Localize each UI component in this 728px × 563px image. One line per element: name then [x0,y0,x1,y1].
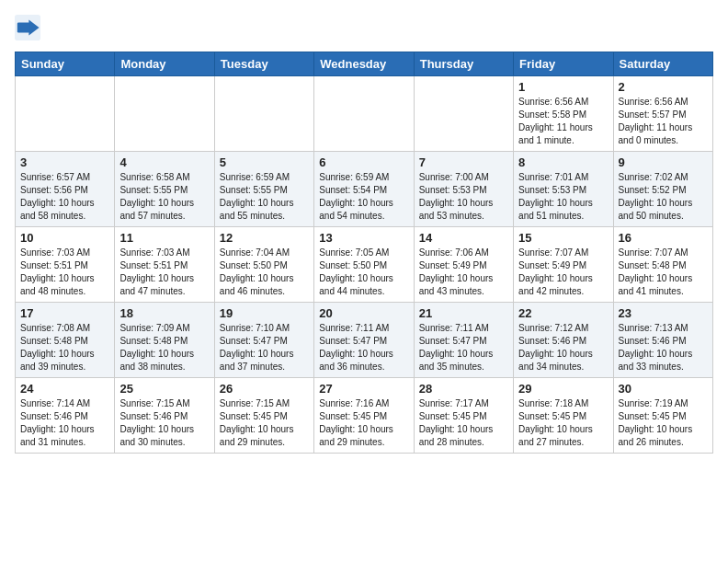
day-number: 19 [220,306,309,320]
day-number: 20 [319,306,408,320]
day-info: Sunrise: 7:08 AM Sunset: 5:48 PM Dayligh… [20,322,109,373]
calendar-cell: 5Sunrise: 6:59 AM Sunset: 5:55 PM Daylig… [214,152,313,227]
day-info: Sunrise: 6:56 AM Sunset: 5:58 PM Dayligh… [518,96,608,147]
day-number: 21 [419,306,508,320]
day-info: Sunrise: 6:57 AM Sunset: 5:56 PM Dayligh… [20,171,109,223]
day-info: Sunrise: 7:07 AM Sunset: 5:48 PM Dayligh… [619,247,708,298]
calendar-cell: 16Sunrise: 7:07 AM Sunset: 5:48 PM Dayli… [613,227,712,303]
calendar-cell [115,76,214,152]
calendar-cell: 15Sunrise: 7:07 AM Sunset: 5:49 PM Dayli… [514,227,613,303]
day-number: 15 [518,231,608,245]
day-number: 12 [220,231,309,245]
day-info: Sunrise: 7:06 AM Sunset: 5:49 PM Dayligh… [419,247,508,298]
calendar-cell: 20Sunrise: 7:11 AM Sunset: 5:47 PM Dayli… [314,303,414,378]
day-number: 18 [119,306,209,320]
calendar-cell: 7Sunrise: 7:00 AM Sunset: 5:53 PM Daylig… [414,152,513,227]
calendar-cell [314,76,414,152]
day-info: Sunrise: 7:11 AM Sunset: 5:47 PM Dayligh… [419,322,508,373]
day-number: 4 [119,155,209,169]
day-info: Sunrise: 7:17 AM Sunset: 5:45 PM Dayligh… [419,397,508,449]
day-info: Sunrise: 7:04 AM Sunset: 5:50 PM Dayligh… [220,247,309,298]
calendar-cell: 2Sunrise: 6:56 AM Sunset: 5:57 PM Daylig… [613,76,712,152]
day-number: 7 [419,155,508,169]
svg-rect-2 [17,22,30,32]
day-info: Sunrise: 6:59 AM Sunset: 5:54 PM Dayligh… [319,171,408,223]
calendar-cell: 30Sunrise: 7:19 AM Sunset: 5:45 PM Dayli… [613,378,712,454]
calendar-cell: 28Sunrise: 7:17 AM Sunset: 5:45 PM Dayli… [414,378,513,454]
day-info: Sunrise: 6:59 AM Sunset: 5:55 PM Dayligh… [220,171,309,223]
day-info: Sunrise: 7:11 AM Sunset: 5:47 PM Dayligh… [319,322,408,373]
calendar-cell: 1Sunrise: 6:56 AM Sunset: 5:58 PM Daylig… [514,76,613,152]
day-number: 14 [419,231,508,245]
day-info: Sunrise: 7:12 AM Sunset: 5:46 PM Dayligh… [518,322,608,373]
day-number: 16 [619,231,708,245]
calendar-cell: 18Sunrise: 7:09 AM Sunset: 5:48 PM Dayli… [115,303,214,378]
calendar-cell: 19Sunrise: 7:10 AM Sunset: 5:47 PM Dayli… [214,303,313,378]
day-info: Sunrise: 7:02 AM Sunset: 5:52 PM Dayligh… [619,171,708,223]
day-number: 5 [220,155,309,169]
calendar-cell: 4Sunrise: 6:58 AM Sunset: 5:55 PM Daylig… [115,152,214,227]
calendar-cell [16,76,115,152]
weekday-friday: Friday [514,52,613,76]
day-info: Sunrise: 7:18 AM Sunset: 5:45 PM Dayligh… [518,397,608,449]
week-row-1: 1Sunrise: 6:56 AM Sunset: 5:58 PM Daylig… [16,76,713,152]
day-number: 26 [220,382,309,396]
week-row-3: 10Sunrise: 7:03 AM Sunset: 5:51 PM Dayli… [16,227,713,303]
calendar-cell: 14Sunrise: 7:06 AM Sunset: 5:49 PM Dayli… [414,227,513,303]
day-number: 1 [518,80,608,94]
day-number: 6 [319,155,408,169]
weekday-sunday: Sunday [16,52,115,76]
weekday-saturday: Saturday [613,52,712,76]
logo-icon [15,15,40,40]
day-number: 23 [619,306,708,320]
week-row-5: 24Sunrise: 7:14 AM Sunset: 5:46 PM Dayli… [16,378,713,454]
calendar-cell: 10Sunrise: 7:03 AM Sunset: 5:51 PM Dayli… [16,227,115,303]
weekday-header-row: SundayMondayTuesdayWednesdayThursdayFrid… [16,52,713,76]
day-info: Sunrise: 7:07 AM Sunset: 5:49 PM Dayligh… [518,247,608,298]
calendar-cell: 11Sunrise: 7:03 AM Sunset: 5:51 PM Dayli… [115,227,214,303]
day-info: Sunrise: 7:16 AM Sunset: 5:45 PM Dayligh… [319,397,408,449]
day-number: 30 [619,382,708,396]
day-number: 10 [20,231,109,245]
day-info: Sunrise: 6:56 AM Sunset: 5:57 PM Dayligh… [619,96,708,147]
day-number: 11 [119,231,209,245]
calendar-cell: 13Sunrise: 7:05 AM Sunset: 5:50 PM Dayli… [314,227,414,303]
day-number: 24 [20,382,109,396]
calendar-cell: 27Sunrise: 7:16 AM Sunset: 5:45 PM Dayli… [314,378,414,454]
day-info: Sunrise: 7:00 AM Sunset: 5:53 PM Dayligh… [419,171,508,223]
day-number: 3 [20,155,109,169]
day-info: Sunrise: 7:15 AM Sunset: 5:45 PM Dayligh… [220,397,309,449]
calendar-cell: 12Sunrise: 7:04 AM Sunset: 5:50 PM Dayli… [214,227,313,303]
calendar-cell: 25Sunrise: 7:15 AM Sunset: 5:46 PM Dayli… [115,378,214,454]
day-info: Sunrise: 7:19 AM Sunset: 5:45 PM Dayligh… [619,397,708,449]
day-info: Sunrise: 7:03 AM Sunset: 5:51 PM Dayligh… [119,247,209,298]
day-info: Sunrise: 7:10 AM Sunset: 5:47 PM Dayligh… [220,322,309,373]
day-number: 8 [518,155,608,169]
calendar-cell: 24Sunrise: 7:14 AM Sunset: 5:46 PM Dayli… [16,378,115,454]
calendar-cell: 8Sunrise: 7:01 AM Sunset: 5:53 PM Daylig… [514,152,613,227]
calendar-cell: 3Sunrise: 6:57 AM Sunset: 5:56 PM Daylig… [16,152,115,227]
day-number: 27 [319,382,408,396]
calendar-cell: 22Sunrise: 7:12 AM Sunset: 5:46 PM Dayli… [514,303,613,378]
day-info: Sunrise: 6:58 AM Sunset: 5:55 PM Dayligh… [119,171,209,223]
day-number: 17 [20,306,109,320]
calendar-cell [214,76,313,152]
day-number: 29 [518,382,608,396]
day-info: Sunrise: 7:09 AM Sunset: 5:48 PM Dayligh… [119,322,209,373]
day-number: 9 [619,155,708,169]
week-row-4: 17Sunrise: 7:08 AM Sunset: 5:48 PM Dayli… [16,303,713,378]
weekday-wednesday: Wednesday [314,52,414,76]
week-row-2: 3Sunrise: 6:57 AM Sunset: 5:56 PM Daylig… [16,152,713,227]
calendar-cell: 23Sunrise: 7:13 AM Sunset: 5:46 PM Dayli… [613,303,712,378]
calendar-cell: 29Sunrise: 7:18 AM Sunset: 5:45 PM Dayli… [514,378,613,454]
calendar-table: SundayMondayTuesdayWednesdayThursdayFrid… [15,52,713,454]
weekday-monday: Monday [115,52,214,76]
day-number: 25 [119,382,209,396]
day-number: 28 [419,382,508,396]
calendar-cell [414,76,513,152]
day-number: 2 [619,80,708,94]
weekday-thursday: Thursday [414,52,513,76]
day-number: 22 [518,306,608,320]
day-info: Sunrise: 7:01 AM Sunset: 5:53 PM Dayligh… [518,171,608,223]
calendar-cell: 26Sunrise: 7:15 AM Sunset: 5:45 PM Dayli… [214,378,313,454]
